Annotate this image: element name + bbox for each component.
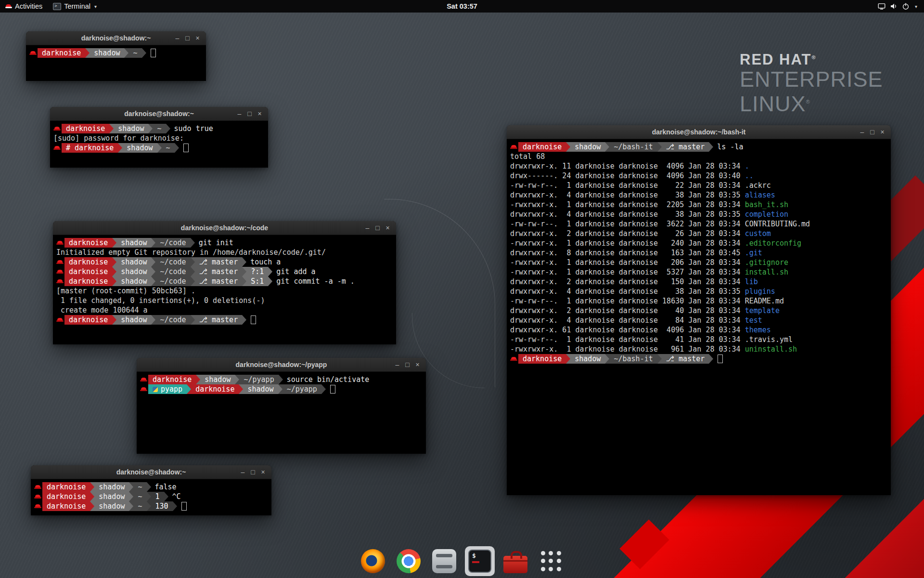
terminal-line: darknoiseshadow~ [29, 48, 203, 58]
minimize-button[interactable]: – [172, 31, 182, 45]
activities-button[interactable]: Activities [0, 0, 48, 13]
terminal-content[interactable]: darknoiseshadow~/pyappsource bin/activat… [137, 372, 426, 454]
prompt-segment-user: darknoise [148, 375, 196, 384]
terminal-line: darknoiseshadow~/code⎇ master?:1git add … [56, 267, 393, 276]
command-text: ls -la [717, 142, 743, 152]
file-name: .gitignore [745, 258, 788, 267]
powerline-separator-icon [129, 501, 133, 511]
minimize-button[interactable]: – [857, 125, 867, 139]
window-title: darknoise@shadow:~/bash-it [652, 128, 746, 136]
dock-item-toolbox[interactable] [500, 546, 530, 576]
dock-item-app-grid[interactable] [536, 546, 566, 576]
dock-item-chrome[interactable] [394, 546, 424, 576]
python-icon [153, 387, 158, 392]
file-name: CONTRIBUTING.md [745, 219, 810, 229]
display-icon [878, 2, 886, 10]
powerline-separator-icon [278, 384, 282, 394]
ls-line-details: -rw-rw-r--. 1 darknoise darknoise 18630 … [510, 296, 745, 306]
window-titlebar[interactable]: darknoise@shadow:~–□× [31, 465, 271, 479]
maximize-button[interactable]: □ [867, 125, 877, 139]
close-button[interactable]: × [192, 31, 203, 45]
powerline-separator-icon [109, 124, 114, 133]
minimize-button[interactable]: – [392, 358, 402, 371]
prompt-segment-user: darknoise [64, 276, 112, 286]
system-status-area[interactable]: ▾ [874, 0, 921, 13]
close-button[interactable]: × [877, 125, 887, 139]
ls-line-details: drwxrwxr-x. 4 darknoise darknoise 38 Jan… [510, 190, 745, 200]
clock[interactable]: Sat 03:57 [447, 2, 477, 10]
prompt-segment-venv: pyapp [148, 384, 187, 394]
window-titlebar[interactable]: darknoise@shadow:~–□× [26, 31, 206, 45]
window-title: darknoise@shadow:~ [124, 110, 194, 118]
window-titlebar[interactable]: darknoise@shadow:~/bash-it–□× [507, 125, 891, 139]
dock-item-firefox[interactable] [358, 546, 388, 576]
chevron-down-icon: ▾ [94, 4, 97, 9]
redhat-prompt-icon [29, 48, 38, 58]
maximize-button[interactable]: □ [244, 107, 255, 120]
powerline-separator-icon [147, 492, 151, 501]
minimize-button[interactable]: – [234, 107, 244, 120]
terminal-content[interactable]: darknoiseshadow~/bash-it⎇ masterls -lato… [507, 139, 891, 495]
terminal-content[interactable]: darknoiseshadow~ [26, 45, 206, 81]
maximize-button[interactable]: □ [402, 358, 412, 371]
redhat-prompt-icon [34, 492, 42, 501]
output-text: [master (root-commit) 50bcb63] . [56, 286, 195, 296]
powerline-separator-icon [112, 276, 116, 286]
window-titlebar[interactable]: darknoise@shadow:~–□× [50, 107, 268, 121]
minimize-button[interactable]: – [238, 465, 248, 479]
powerline-separator-icon [151, 315, 155, 325]
window-controls: –□× [234, 107, 265, 120]
terminal-line: darknoiseshadow~/codegit init [56, 238, 393, 248]
powerline-separator-icon [166, 124, 170, 133]
terminal-line: -rwxrwxr-x. 1 darknoise darknoise 2205 J… [510, 200, 887, 210]
app-menu[interactable]: Terminal ▾ [48, 0, 102, 13]
powerline-separator-icon [242, 257, 246, 267]
prompt-segment-status: S:1 [246, 276, 268, 286]
ls-line-details: -rw-rw-r--. 1 darknoise darknoise 22 Jan… [510, 181, 745, 190]
power-icon [902, 2, 910, 10]
powerline-separator-icon [191, 238, 195, 248]
powerline-separator-icon [268, 267, 272, 276]
redhat-prompt-icon [53, 143, 62, 153]
file-name: plugins [745, 287, 775, 296]
dock-item-terminal[interactable] [465, 546, 495, 576]
terminal-line: drwxrwxr-x. 11 darknoise darknoise 4096 … [510, 161, 887, 171]
maximize-button[interactable]: □ [182, 31, 192, 45]
powerline-separator-icon [709, 354, 713, 364]
terminal-line: darknoiseshadow~130 [34, 501, 268, 511]
minimize-button[interactable]: – [362, 221, 372, 235]
maximize-button[interactable]: □ [372, 221, 383, 235]
terminal-content[interactable]: darknoiseshadow~sudo true[sudo] password… [50, 121, 268, 168]
dock-item-files[interactable] [429, 546, 459, 576]
window-titlebar[interactable]: darknoise@shadow:~/code–□× [53, 221, 396, 235]
close-button[interactable]: × [258, 465, 268, 479]
close-button[interactable]: × [383, 221, 393, 235]
close-button[interactable]: × [255, 107, 265, 120]
terminal-icon [468, 550, 491, 573]
prompt-segment-host: shadow [122, 143, 157, 153]
prompt-segment-git: ⎇ master [195, 276, 243, 286]
prompt-segment-host: shadow [94, 482, 129, 492]
powerline-separator-icon [151, 238, 155, 248]
window-titlebar[interactable]: darknoise@shadow:~/pyapp–□× [137, 358, 426, 372]
file-name: themes [745, 325, 771, 335]
terminal-content[interactable]: darknoiseshadow~falsedarknoiseshadow~1^C… [31, 479, 271, 515]
prompt-segment-user: darknoise [518, 142, 566, 152]
prompt-segment-host: shadow [114, 124, 148, 133]
prompt-segment-user: darknoise [38, 48, 85, 58]
window-controls: –□× [392, 358, 423, 371]
powerline-separator-icon [191, 257, 195, 267]
terminal-cursor [718, 355, 723, 363]
terminal-cursor [151, 49, 156, 57]
terminal-content[interactable]: darknoiseshadow~/codegit initInitialized… [53, 235, 396, 344]
prompt-segment-git: ⎇ master [662, 142, 709, 152]
maximize-button[interactable]: □ [248, 465, 258, 479]
terminal-line: -rwxrwxr-x. 1 darknoise darknoise 5327 J… [510, 267, 887, 277]
prompt-segment-path: ~ [133, 501, 146, 511]
output-text: [sudo] password for darknoise: [53, 133, 188, 143]
powerline-separator-icon [235, 375, 239, 384]
file-name: . [745, 161, 749, 171]
close-button[interactable]: × [412, 358, 423, 371]
file-name: .git [745, 248, 762, 258]
terminal-line: drwxrwxr-x. 2 darknoise darknoise 26 Jan… [510, 229, 887, 238]
